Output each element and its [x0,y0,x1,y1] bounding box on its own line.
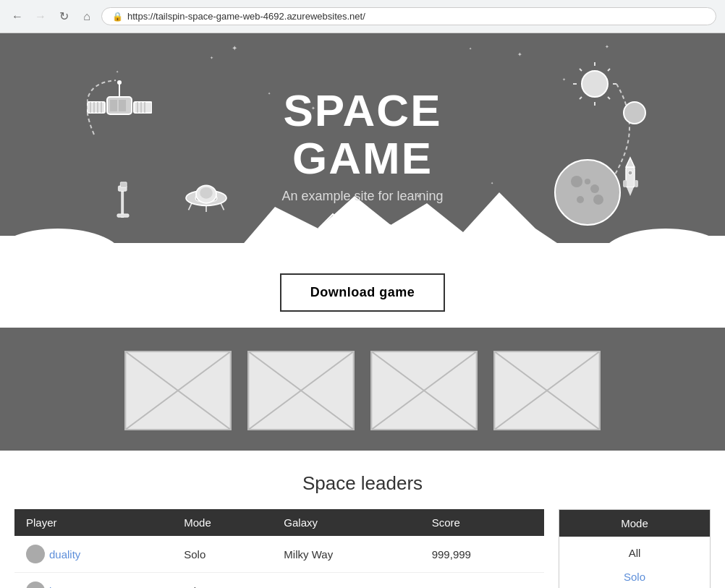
mode-cell: Solo [172,536,272,573]
address-bar[interactable]: 🔒 https://tailspin-space-game-web-4692.a… [101,7,716,25]
hero-title: SPACE GAME [281,87,443,181]
hero-section: ✦ ✦ ✦ ✦ ✦ ✦ ✦ ✦ ✦ ✦ ✦ ✦ [0,33,725,257]
svg-marker-54 [627,187,634,196]
svg-point-47 [593,195,603,205]
svg-point-45 [590,184,599,193]
svg-line-38 [580,69,582,71]
leaders-title: Space leaders [14,472,711,495]
svg-rect-51 [623,180,627,187]
svg-point-48 [585,179,590,184]
avatar [26,581,45,588]
hero-subtitle: An example site for learning [281,189,443,204]
svg-line-40 [580,97,582,99]
leaders-content: Player Mode Galaxy Score duality Solo Mi… [14,509,711,588]
star-decoration: ✦ [517,51,522,58]
svg-point-46 [577,196,584,203]
screenshot-2 [247,351,355,430]
mode-cell: Trio [172,573,272,589]
star-decoration: ✦ [605,44,609,50]
col-galaxy: Galaxy [272,509,420,536]
mode-filter-body: AllSoloDuoTrio [559,537,710,588]
player-link[interactable]: duality [49,548,80,561]
svg-point-43 [555,160,620,225]
avatar [26,545,45,563]
screenshots-section [0,331,725,451]
home-button[interactable]: ⌂ [78,8,96,25]
mode-filter-item[interactable]: All [559,541,710,565]
satellite-illustration [87,77,152,142]
lock-icon: 🔒 [112,12,123,22]
svg-point-33 [582,71,608,97]
mode-filter-item[interactable]: Solo [559,565,710,588]
leaderboard: Player Mode Galaxy Score duality Solo Mi… [14,509,544,588]
svg-rect-7 [119,100,126,111]
player-link[interactable]: banant [49,585,82,589]
svg-rect-17 [120,182,127,187]
reload-button[interactable]: ↻ [55,8,72,25]
screenshot-1 [124,351,232,430]
galaxy-cell: NGC 1300 [272,573,420,589]
score-cell: 999,998 [420,573,544,589]
hero-content: SPACE GAME An example site for learning [281,87,443,203]
svg-rect-49 [626,167,635,187]
player-cell: duality [14,536,172,573]
galaxy-cell: Milky Way [272,536,420,573]
svg-rect-52 [635,180,638,187]
star-decoration: ✦ [469,46,472,51]
svg-rect-6 [110,100,117,111]
table-row: duality Solo Milky Way 999,999 [14,536,544,573]
table-row: banant Trio NGC 1300 999,998 [14,573,544,589]
col-mode: Mode [172,509,272,536]
mode-filter-header: Mode [559,510,710,537]
star-decoration: ✦ [268,91,271,95]
svg-point-53 [628,171,632,175]
planet-group-illustration [522,62,653,229]
table-header-row: Player Mode Galaxy Score [14,509,544,536]
star-decoration: ✦ [232,44,237,52]
browser-chrome: ← → ↻ ⌂ 🔒 https://tailspin-space-game-we… [0,0,725,33]
star-decoration: ✦ [491,181,493,185]
download-section: Download game [0,257,725,331]
score-cell: 999,999 [420,536,544,573]
svg-line-41 [608,97,610,99]
svg-point-42 [624,102,645,124]
leaderboard-table: Player Mode Galaxy Score duality Solo Mi… [14,509,544,588]
svg-point-13 [117,80,122,85]
leaders-section: Space leaders Player Mode Galaxy Score d… [0,451,725,588]
mode-filter-box: Mode AllSoloDuoTrio [559,509,711,588]
star-decoration: ✦ [116,69,119,74]
screenshot-3 [370,351,478,430]
svg-point-44 [571,176,582,187]
star-decoration: ✦ [210,55,213,60]
back-button[interactable]: ← [9,8,26,25]
forward-button[interactable]: → [32,8,49,25]
svg-rect-30 [0,243,725,257]
download-game-button[interactable]: Download game [280,273,446,312]
svg-line-39 [608,69,610,71]
player-cell: banant [14,573,172,589]
col-player: Player [14,509,172,536]
filter-panel: Mode AllSoloDuoTrio Galaxy [559,509,711,588]
svg-marker-50 [626,158,635,167]
svg-rect-8 [134,102,152,113]
svg-rect-0 [87,102,105,113]
col-score: Score [420,509,544,536]
url-text: https://tailspin-space-game-web-4692.azu… [127,11,365,22]
screenshot-4 [493,351,601,430]
